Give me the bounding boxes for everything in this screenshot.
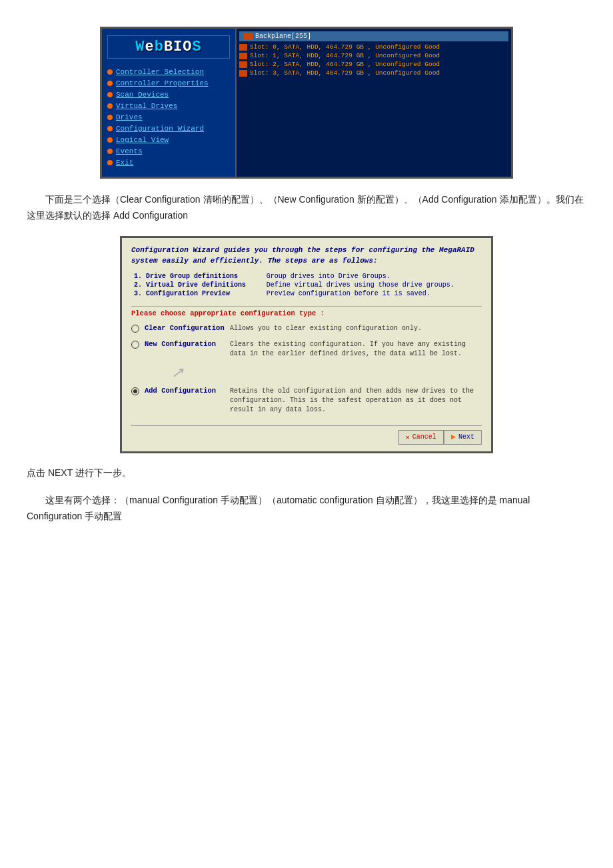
sidebar-item-events[interactable]: Events <box>107 147 230 155</box>
config-wizard-window: Configuration Wizard guides you through … <box>120 236 493 453</box>
sidebar-link-config-wizard[interactable]: Configuration Wizard <box>116 125 204 133</box>
sidebar-link-exit[interactable]: Exit <box>116 159 133 167</box>
bullet-icon <box>107 115 113 120</box>
drive-icon <box>239 53 247 59</box>
paragraph2: 点击 NEXT 进行下一步。 <box>27 465 586 481</box>
drive-icon <box>239 44 247 51</box>
cancel-button[interactable]: ✕ Cancel <box>398 430 444 445</box>
config-steps-table: 1. Drive Group definitions Group drives … <box>131 272 482 298</box>
bullet-icon <box>107 126 113 131</box>
step2-label: 2. Virtual Drive definitions <box>131 281 264 289</box>
sidebar-item-controller-selection[interactable]: Controller Selection <box>107 68 230 76</box>
sidebar-item-config-wizard[interactable]: Configuration Wizard <box>107 125 230 133</box>
paragraph1: 下面是三个选择（Clear Configuration 清晰的配置）、（New … <box>27 192 586 224</box>
drive-slot-3: Slot: 3, SATA, HDD, 464.729 GB , Unconfi… <box>239 69 508 77</box>
backplane-title: Backplane[255] <box>255 33 311 40</box>
webbios-logo: WebBIOS <box>107 35 230 59</box>
drive-slot-1: Slot: 1, SATA, HDD, 464.729 GB , Unconfi… <box>239 52 508 59</box>
paragraph3: 这里有两个选择：（manual Configuration 手动配置）（auto… <box>27 493 586 525</box>
step3-label: 3. Configuration Preview <box>131 289 264 298</box>
sidebar-link-logical-view[interactable]: Logical View <box>116 136 169 144</box>
webbios-sidebar: WebBIOS Controller Selection Controller … <box>102 29 235 177</box>
option-clear-label: Clear Configuration <box>145 324 225 332</box>
step-row-1: 1. Drive Group definitions Group drives … <box>131 272 482 281</box>
bullet-icon <box>107 149 113 154</box>
step3-desc: Preview configuration before it is saved… <box>264 289 482 298</box>
screenshot1-container: WebBIOS Controller Selection Controller … <box>27 27 586 179</box>
x-icon: ✕ <box>406 433 410 441</box>
sidebar-item-scan-devices[interactable]: Scan Devices <box>107 91 230 99</box>
radio-add[interactable] <box>131 387 139 395</box>
next-label: Next <box>458 433 474 441</box>
option-new-label: New Configuration <box>145 340 225 348</box>
config-title-line1: Configuration Wizard guides you through … <box>131 246 474 254</box>
config-title-line2: system easily and efficiently. The steps… <box>131 257 378 265</box>
screenshot2-container: Configuration Wizard guides you through … <box>27 236 586 453</box>
step1-label: 1. Drive Group definitions <box>131 272 264 281</box>
config-title: Configuration Wizard guides you through … <box>131 245 482 267</box>
slot2-text: Slot: 2, SATA, HDD, 464.729 GB , Unconfi… <box>250 61 440 68</box>
drive-icon <box>239 70 247 77</box>
sidebar-item-virtual-drives[interactable]: Virtual Drives <box>107 102 230 110</box>
sidebar-item-exit[interactable]: Exit <box>107 159 230 167</box>
next-button[interactable]: ► Next <box>444 430 482 445</box>
option-new-desc: Clears the existing configuration. If yo… <box>230 340 482 359</box>
step1-desc: Group drives into Drive Groups. <box>264 272 482 281</box>
sidebar-link-events[interactable]: Events <box>116 147 143 155</box>
step2-desc: Define virtual drives using those drive … <box>264 281 482 289</box>
option-clear[interactable]: Clear Configuration Allows you to clear … <box>131 323 482 335</box>
drive-slot-2: Slot: 2, SATA, HDD, 464.729 GB , Unconfi… <box>239 61 508 68</box>
option-clear-desc: Allows you to clear existing configurati… <box>230 324 482 333</box>
backplane-icon <box>243 33 253 40</box>
sidebar-item-logical-view[interactable]: Logical View <box>107 136 230 144</box>
option-add-desc: Retains the old configuration and then a… <box>230 387 482 415</box>
sidebar-link-drives[interactable]: Drives <box>116 113 143 121</box>
sidebar-link-scan-devices[interactable]: Scan Devices <box>116 91 169 99</box>
arrow-right-icon: ► <box>451 433 456 442</box>
sidebar-item-controller-properties[interactable]: Controller Properties <box>107 79 230 87</box>
bullet-icon <box>107 160 113 165</box>
radio-clear[interactable] <box>131 325 139 333</box>
cancel-label: Cancel <box>412 433 436 441</box>
drive-slot-0: Slot: 0, SATA, HDD, 464.729 GB , Unconfi… <box>239 43 508 51</box>
sidebar-link-controller-selection[interactable]: Controller Selection <box>116 68 204 76</box>
slot0-text: Slot: 0, SATA, HDD, 464.729 GB , Unconfi… <box>250 43 440 51</box>
bullet-icon <box>107 81 113 86</box>
bullet-icon <box>107 69 113 75</box>
option-new[interactable]: New Configuration Clears the existing co… <box>131 339 482 360</box>
sidebar-link-controller-properties[interactable]: Controller Properties <box>116 79 209 87</box>
step-row-3: 3. Configuration Preview Preview configu… <box>131 289 482 298</box>
choose-label: Please choose appropriate configuration … <box>131 309 482 317</box>
webbios-main-content: Backplane[255] Slot: 0, SATA, HDD, 464.7… <box>235 29 511 177</box>
option-add-label: Add Configuration <box>145 387 225 395</box>
divider <box>131 306 482 307</box>
bullet-icon <box>107 137 113 143</box>
slot1-text: Slot: 1, SATA, HDD, 464.729 GB , Unconfi… <box>250 52 440 59</box>
drive-icon <box>239 61 247 68</box>
radio-new[interactable] <box>131 341 139 349</box>
config-body: Configuration Wizard guides you through … <box>122 238 491 451</box>
bullet-icon <box>107 103 113 109</box>
config-footer: ✕ Cancel ► Next <box>131 425 482 445</box>
step-row-2: 2. Virtual Drive definitions Define virt… <box>131 281 482 289</box>
sidebar-item-drives[interactable]: Drives <box>107 113 230 121</box>
webbios-window: WebBIOS Controller Selection Controller … <box>100 27 513 179</box>
backplane-header: Backplane[255] <box>239 31 508 41</box>
option-add[interactable]: Add Configuration Retains the old config… <box>131 385 482 416</box>
slot3-text: Slot: 3, SATA, HDD, 464.729 GB , Unconfi… <box>250 69 440 77</box>
sidebar-link-virtual-drives[interactable]: Virtual Drives <box>116 102 177 110</box>
bullet-icon <box>107 92 113 97</box>
